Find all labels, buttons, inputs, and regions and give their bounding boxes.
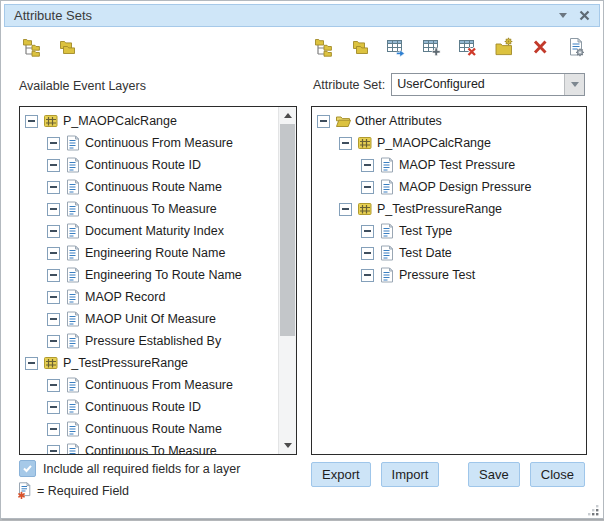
collapse-toggle[interactable] bbox=[339, 203, 352, 216]
event-layer-icon bbox=[43, 355, 59, 371]
tree-item[interactable]: Engineering To Route Name bbox=[20, 264, 279, 286]
legend-text: = Required Field bbox=[37, 484, 129, 498]
tree-item-label: P_TestPressureRange bbox=[63, 356, 188, 370]
toolbar-left-group bbox=[21, 36, 78, 58]
tree-item[interactable]: Test Date bbox=[312, 242, 586, 264]
collapse-toggle[interactable] bbox=[339, 137, 352, 150]
tree-item[interactable]: Pressure Test bbox=[312, 264, 586, 286]
collapse-toggle[interactable] bbox=[47, 445, 60, 455]
tree-item[interactable]: P_TestPressureRange bbox=[312, 198, 586, 220]
footer-buttons: Export Import Save Close bbox=[311, 462, 585, 487]
tree-item-label: Continuous From Measure bbox=[85, 136, 233, 150]
tree-item-label: Test Date bbox=[399, 246, 452, 260]
tree-item[interactable]: MAOP Design Pressure bbox=[312, 176, 586, 198]
tree-item[interactable]: MAOP Test Pressure bbox=[312, 154, 586, 176]
tree-item[interactable]: Test Type bbox=[312, 220, 586, 242]
tree-item-label: P_TestPressureRange bbox=[377, 202, 502, 216]
collapse-toggle[interactable] bbox=[47, 159, 60, 172]
field-icon bbox=[65, 289, 81, 305]
tree-item-label: MAOP Unit Of Measure bbox=[85, 312, 216, 326]
document-settings-icon[interactable] bbox=[565, 36, 587, 58]
tree-item-label: MAOP Design Pressure bbox=[399, 180, 531, 194]
close-button[interactable]: Close bbox=[530, 462, 585, 487]
tree-item[interactable]: Other Attributes bbox=[312, 110, 586, 132]
checkbox-checked-icon[interactable] bbox=[19, 460, 36, 477]
tree-item[interactable]: Engineering Route Name bbox=[20, 242, 279, 264]
tree-item[interactable]: Continuous Route ID bbox=[20, 396, 279, 418]
collapse-toggle[interactable] bbox=[361, 225, 374, 238]
collapse-toggle[interactable] bbox=[47, 269, 60, 282]
open-folders-icon[interactable] bbox=[56, 36, 78, 58]
collapse-toggle[interactable] bbox=[361, 269, 374, 282]
add-table-icon[interactable] bbox=[421, 36, 443, 58]
tree-item[interactable]: P_TestPressureRange bbox=[20, 352, 279, 374]
collapse-toggle[interactable] bbox=[47, 291, 60, 304]
include-required-fields-checkbox[interactable]: Include all required fields for a layer bbox=[19, 460, 240, 477]
tree-item[interactable]: P_MAOPCalcRange bbox=[20, 110, 279, 132]
checkbox-label: Include all required fields for a layer bbox=[43, 462, 240, 476]
tree-item[interactable]: Continuous To Measure bbox=[20, 198, 279, 220]
attribute-set-dropdown[interactable]: UserConfigured bbox=[391, 73, 585, 96]
collapse-toggle[interactable] bbox=[47, 335, 60, 348]
required-field-legend: = Required Field bbox=[16, 482, 129, 500]
collapse-toggle[interactable] bbox=[47, 247, 60, 260]
collapse-toggle[interactable] bbox=[47, 401, 60, 414]
remove-table-icon[interactable] bbox=[457, 36, 479, 58]
add-to-set-tree-icon[interactable] bbox=[313, 36, 335, 58]
tree-item[interactable]: Document Maturity Index bbox=[20, 220, 279, 242]
collapse-toggle[interactable] bbox=[361, 181, 374, 194]
collapse-toggle[interactable] bbox=[47, 313, 60, 326]
close-icon[interactable] bbox=[579, 10, 590, 21]
tree-item[interactable]: P_MAOPCalcRange bbox=[312, 132, 586, 154]
vertical-scrollbar[interactable] bbox=[278, 107, 296, 454]
tree-item[interactable]: Continuous From Measure bbox=[20, 374, 279, 396]
attribute-sets-dialog: Attribute Sets Available Event Layers At… bbox=[0, 0, 604, 519]
tree-item[interactable]: Continuous Route ID bbox=[20, 154, 279, 176]
tree-item[interactable]: Continuous Route Name bbox=[20, 418, 279, 440]
field-icon bbox=[65, 135, 81, 151]
field-icon bbox=[65, 223, 81, 239]
tree-item[interactable]: MAOP Unit Of Measure bbox=[20, 308, 279, 330]
collapse-toggle[interactable] bbox=[47, 137, 60, 150]
delete-icon[interactable] bbox=[529, 36, 551, 58]
collapse-toggle[interactable] bbox=[25, 115, 38, 128]
open-set-folders-icon[interactable] bbox=[349, 36, 371, 58]
import-button[interactable]: Import bbox=[381, 462, 440, 487]
export-button[interactable]: Export bbox=[311, 462, 371, 487]
tree-item[interactable]: Continuous From Measure bbox=[20, 132, 279, 154]
collapse-toggle[interactable] bbox=[361, 159, 374, 172]
scrollbar-thumb[interactable] bbox=[280, 124, 295, 336]
field-icon bbox=[65, 157, 81, 173]
save-button[interactable]: Save bbox=[468, 462, 520, 487]
tree-item-label: Continuous Route ID bbox=[85, 158, 201, 172]
field-icon bbox=[65, 377, 81, 393]
collapse-toggle[interactable] bbox=[47, 203, 60, 216]
export-table-icon[interactable] bbox=[385, 36, 407, 58]
available-event-layers-label: Available Event Layers bbox=[19, 79, 146, 93]
tree-item[interactable]: Continuous To Measure bbox=[20, 440, 279, 454]
collapse-toggle[interactable] bbox=[47, 379, 60, 392]
tree-item-label: MAOP Record bbox=[85, 290, 165, 304]
field-icon bbox=[379, 179, 395, 195]
field-icon bbox=[65, 399, 81, 415]
folder-settings-icon[interactable] bbox=[493, 36, 515, 58]
tree-item[interactable]: Pressure Established By bbox=[20, 330, 279, 352]
collapse-toggle[interactable] bbox=[361, 247, 374, 260]
collapse-toggle[interactable] bbox=[47, 423, 60, 436]
resize-grip[interactable] bbox=[587, 502, 599, 514]
tree-item[interactable]: MAOP Record bbox=[20, 286, 279, 308]
collapse-toggle[interactable] bbox=[47, 181, 60, 194]
collapse-toggle[interactable] bbox=[317, 115, 330, 128]
dropdown-button[interactable] bbox=[564, 74, 584, 95]
scroll-down-icon[interactable] bbox=[279, 438, 296, 453]
collapse-toggle[interactable] bbox=[47, 225, 60, 238]
tree-item-label: Continuous To Measure bbox=[85, 202, 217, 216]
event-layer-icon bbox=[357, 135, 373, 151]
tree-item[interactable]: Continuous Route Name bbox=[20, 176, 279, 198]
window-menu-icon[interactable] bbox=[559, 13, 567, 18]
tree-item-label: Other Attributes bbox=[355, 114, 442, 128]
collapse-toggle[interactable] bbox=[25, 357, 38, 370]
tree-item-label: Continuous From Measure bbox=[85, 378, 233, 392]
scroll-up-icon[interactable] bbox=[279, 108, 296, 123]
new-attribute-set-tree-icon[interactable] bbox=[21, 36, 43, 58]
